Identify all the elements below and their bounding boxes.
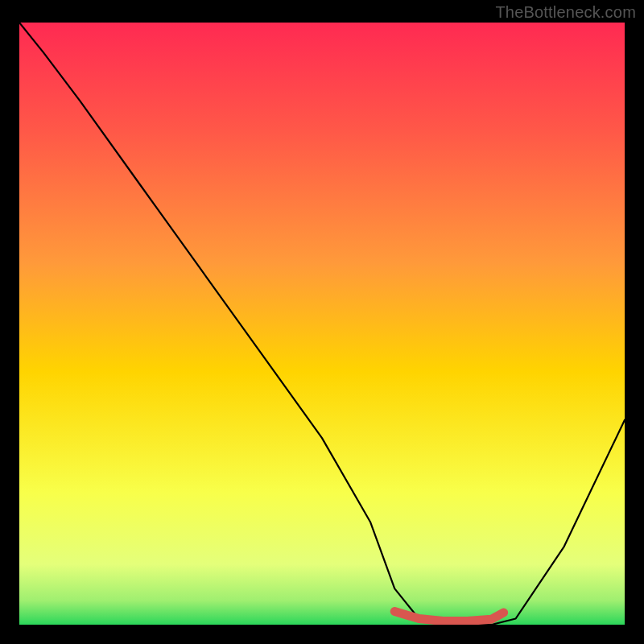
gradient-background — [19, 23, 625, 625]
chart-frame — [19, 23, 625, 625]
plot-area — [19, 23, 625, 625]
watermark-text: TheBottleneck.com — [495, 3, 636, 22]
svg-rect-0 — [19, 23, 625, 625]
